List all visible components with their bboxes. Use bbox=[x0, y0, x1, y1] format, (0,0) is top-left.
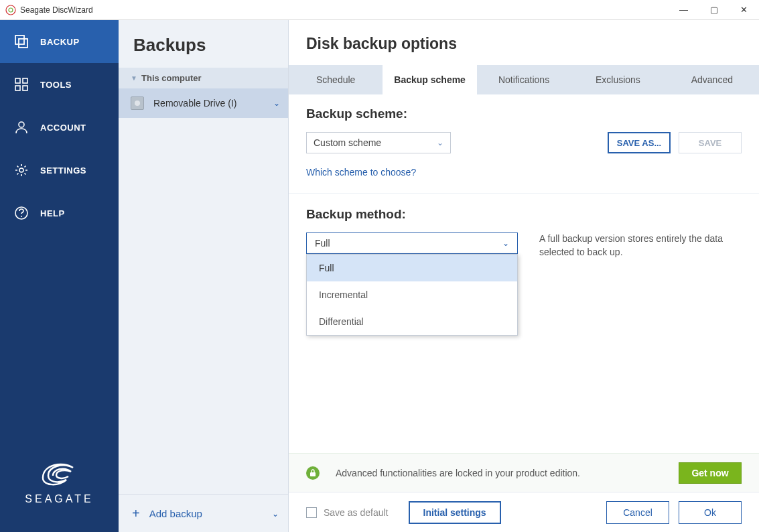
window-title: Seagate DiscWizard bbox=[20, 5, 669, 15]
save-button: SAVE bbox=[679, 132, 742, 153]
svg-point-11 bbox=[21, 216, 22, 217]
svg-point-8 bbox=[19, 122, 24, 127]
tab-notifications[interactable]: Notifications bbox=[477, 65, 571, 94]
account-icon bbox=[13, 119, 29, 135]
help-icon bbox=[13, 205, 29, 221]
window-controls: — ▢ ✕ bbox=[669, 0, 759, 20]
chevron-down-icon: ⌄ bbox=[502, 239, 509, 248]
page-title: Disk backup options bbox=[289, 20, 759, 65]
svg-point-9 bbox=[19, 168, 23, 172]
add-backup-label: Add backup bbox=[149, 508, 202, 519]
title-bar: Seagate DiscWizard — ▢ ✕ bbox=[0, 0, 759, 20]
sidebar-item-account[interactable]: ACCOUNT bbox=[0, 106, 119, 149]
scheme-section: Backup scheme: Custom scheme ⌄ SAVE AS..… bbox=[289, 94, 759, 194]
main-panel: Disk backup options Schedule Backup sche… bbox=[289, 20, 759, 532]
sidebar-item-settings[interactable]: SETTINGS bbox=[0, 149, 119, 192]
minimize-button[interactable]: — bbox=[669, 0, 699, 20]
sidebar-item-label: HELP bbox=[40, 208, 65, 218]
svg-rect-5 bbox=[23, 78, 27, 83]
svg-rect-6 bbox=[15, 86, 20, 90]
svg-rect-2 bbox=[15, 36, 24, 44]
ok-button[interactable]: Ok bbox=[679, 501, 742, 524]
scheme-select[interactable]: Custom scheme ⌄ bbox=[306, 132, 451, 153]
sidebar-item-tools[interactable]: TOOLS bbox=[0, 63, 119, 106]
tree-item-label: Removable Drive (I) bbox=[153, 98, 236, 109]
backups-panel-title: Backups bbox=[119, 20, 288, 68]
svg-point-1 bbox=[9, 8, 13, 12]
method-dropdown: Full Incremental Differential bbox=[306, 254, 518, 336]
method-section-title: Backup method: bbox=[306, 207, 742, 222]
close-button[interactable]: ✕ bbox=[729, 0, 759, 20]
sidebar: BACKUP TOOLS ACCOUNT SETTINGS HELP SEAGA… bbox=[0, 20, 119, 532]
footer: Save as default Initial settings Cancel … bbox=[289, 492, 759, 532]
chevron-down-icon: ⌄ bbox=[273, 98, 280, 108]
lock-icon bbox=[306, 466, 320, 480]
drive-icon bbox=[131, 96, 144, 110]
save-as-button[interactable]: SAVE AS... bbox=[608, 132, 671, 153]
tab-exclusions[interactable]: Exclusions bbox=[571, 65, 665, 94]
svg-rect-12 bbox=[310, 472, 316, 476]
method-option-incremental[interactable]: Incremental bbox=[307, 281, 517, 308]
sidebar-item-label: TOOLS bbox=[40, 80, 72, 90]
tab-schedule[interactable]: Schedule bbox=[289, 65, 383, 94]
tab-backup-scheme[interactable]: Backup scheme bbox=[383, 65, 476, 94]
plus-icon: + bbox=[132, 506, 140, 521]
brand-logo: SEAGATE bbox=[0, 434, 119, 532]
tree-header-this-computer[interactable]: ▼ This computer bbox=[119, 68, 288, 88]
app-icon bbox=[5, 5, 16, 15]
save-as-default-checkbox[interactable] bbox=[306, 507, 317, 518]
get-now-button[interactable]: Get now bbox=[679, 462, 742, 484]
svg-point-0 bbox=[6, 5, 15, 15]
method-option-full[interactable]: Full bbox=[307, 255, 517, 281]
tree-header-label: This computer bbox=[141, 73, 202, 83]
sidebar-item-backup[interactable]: BACKUP bbox=[0, 20, 119, 63]
method-option-differential[interactable]: Differential bbox=[307, 308, 517, 335]
svg-rect-4 bbox=[15, 78, 20, 83]
add-backup-button[interactable]: + Add backup ⌄ bbox=[119, 494, 288, 532]
which-scheme-link[interactable]: Which scheme to choose? bbox=[306, 167, 416, 178]
tree-item-removable-drive[interactable]: Removable Drive (I) ⌄ bbox=[119, 88, 288, 118]
maximize-button[interactable]: ▢ bbox=[699, 0, 729, 20]
initial-settings-button[interactable]: Initial settings bbox=[409, 501, 501, 524]
scheme-selected-value: Custom scheme bbox=[314, 137, 381, 148]
backup-icon bbox=[13, 34, 29, 50]
sidebar-item-label: BACKUP bbox=[40, 37, 80, 47]
sidebar-item-label: ACCOUNT bbox=[40, 123, 86, 133]
sidebar-item-help[interactable]: HELP bbox=[0, 192, 119, 235]
seagate-logo-icon bbox=[36, 454, 83, 488]
svg-rect-3 bbox=[19, 39, 27, 48]
chevron-down-icon: ⌄ bbox=[437, 138, 443, 147]
backups-panel: Backups ▼ This computer Removable Drive … bbox=[119, 20, 289, 532]
tools-icon bbox=[13, 76, 29, 92]
save-as-default-label: Save as default bbox=[324, 507, 389, 518]
gear-icon bbox=[13, 162, 29, 178]
svg-rect-7 bbox=[23, 86, 27, 90]
method-select[interactable]: Full ⌄ bbox=[306, 232, 518, 254]
content-area: Backup scheme: Custom scheme ⌄ SAVE AS..… bbox=[289, 94, 759, 532]
method-section: Backup method: Full ⌄ Full Incremental D… bbox=[289, 194, 759, 259]
chevron-down-icon: ⌄ bbox=[272, 509, 279, 519]
tabs: Schedule Backup scheme Notifications Exc… bbox=[289, 65, 759, 94]
app-body: BACKUP TOOLS ACCOUNT SETTINGS HELP SEAGA… bbox=[0, 20, 759, 532]
method-selected-value: Full bbox=[315, 238, 330, 249]
caret-down-icon: ▼ bbox=[131, 74, 137, 82]
locked-bar: Advanced functionalities are locked in y… bbox=[289, 453, 759, 492]
brand-logo-text: SEAGATE bbox=[25, 493, 93, 505]
tab-advanced[interactable]: Advanced bbox=[665, 65, 759, 94]
method-description: A full backup version stores entirely th… bbox=[539, 232, 727, 259]
sidebar-item-label: SETTINGS bbox=[40, 165, 86, 176]
scheme-section-title: Backup scheme: bbox=[306, 107, 742, 121]
locked-message: Advanced functionalities are locked in y… bbox=[336, 468, 679, 478]
cancel-button[interactable]: Cancel bbox=[606, 501, 669, 524]
